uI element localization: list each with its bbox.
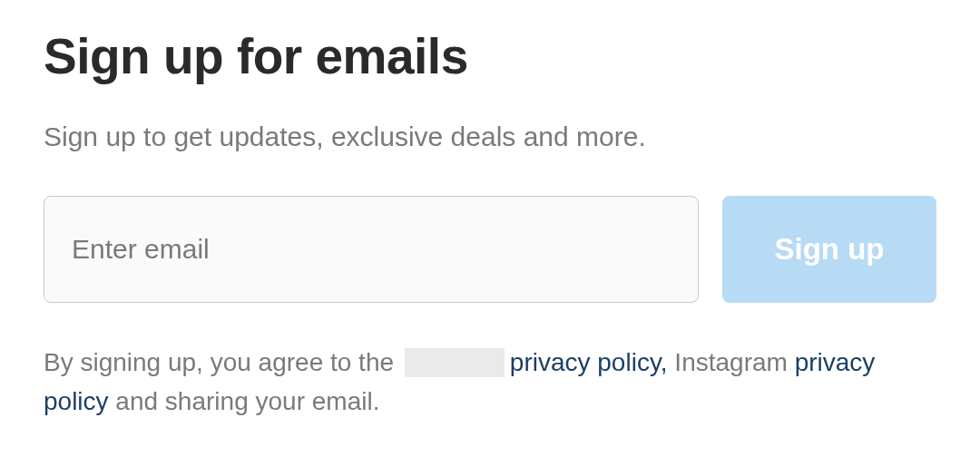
signup-form: Sign up (44, 196, 936, 303)
privacy-policy-link-1[interactable]: privacy policy, (510, 348, 668, 376)
legal-mid: Instagram (668, 348, 795, 376)
legal-prefix: By signing up, you agree to the (44, 348, 401, 376)
legal-text: By signing up, you agree to the privacy … (44, 343, 936, 422)
redacted-brand (405, 348, 505, 377)
email-input[interactable] (44, 196, 699, 303)
signup-button[interactable]: Sign up (722, 196, 936, 303)
signup-heading: Sign up for emails (44, 27, 936, 85)
signup-subheading: Sign up to get updates, exclusive deals … (44, 121, 936, 152)
legal-suffix: and sharing your email. (109, 387, 380, 415)
